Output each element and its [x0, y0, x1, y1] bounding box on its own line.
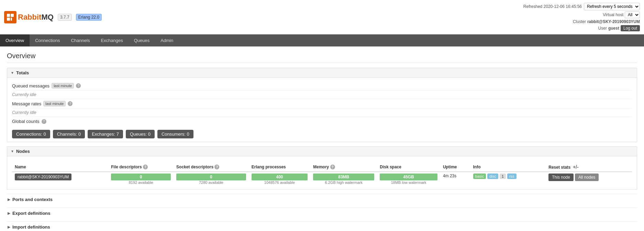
queued-messages-label: Queued messages	[12, 83, 49, 88]
queued-messages-tag[interactable]: last minute	[52, 83, 74, 88]
export-arrow-icon: ▶	[8, 211, 10, 215]
export-header[interactable]: ▶ Export definitions	[7, 208, 637, 219]
col-name: Name	[12, 162, 108, 172]
this-node-button[interactable]: This node	[548, 174, 574, 181]
file-desc-cell: 0 8192 available	[108, 172, 174, 186]
header: RabbitRabbitMQMQ 3.7.7 Erlang 22.0 Refre…	[0, 0, 644, 34]
file-desc-value: 0	[111, 174, 171, 180]
reset-stats-cell: This node All nodes	[546, 172, 632, 186]
nav-item-queues[interactable]: Queues	[129, 34, 155, 46]
socket-desc-cell: 0 7280 available	[174, 172, 249, 186]
nodes-section-label: Nodes	[16, 149, 30, 154]
message-rates-row: Message rates last minute ?	[12, 99, 632, 108]
disk-available: 18MB low watermark	[380, 180, 437, 185]
refresh-select[interactable]: Refresh every 5 seconds	[584, 3, 640, 10]
user-row: User guest Log out	[598, 25, 640, 31]
import-section: ▶ Import definitions	[7, 221, 637, 231]
ports-arrow-icon: ▶	[8, 198, 10, 201]
totals-section: ▼ Totals Queued messages last minute ? C…	[7, 68, 637, 142]
svg-rect-2	[7, 18, 10, 21]
nodes-section: ▼ Nodes Name File descriptors ? Socket d…	[7, 146, 637, 190]
queued-messages-row: Queued messages last minute ?	[12, 81, 632, 91]
nodes-table-header: Name File descriptors ? Socket descripto…	[12, 162, 632, 172]
vhost-select[interactable]: All	[625, 11, 640, 18]
exchanges-badge: Exchanges: 7	[88, 130, 123, 138]
queued-messages-idle-row: Currently idle	[12, 91, 632, 99]
totals-section-header[interactable]: ▼ Totals	[7, 68, 637, 78]
nodes-section-header[interactable]: ▼ Nodes	[7, 147, 637, 156]
cluster-name: rabbit@SKY-20190903YUM	[587, 19, 640, 24]
message-rates-tag[interactable]: last minute	[43, 101, 66, 106]
col-erlang-proc: Erlang processes	[249, 162, 311, 172]
nodes-arrow-icon: ▼	[11, 149, 14, 153]
file-desc-available: 8192 available	[111, 180, 171, 185]
cluster-label: Cluster	[573, 19, 586, 24]
version-badge: 3.7.7	[58, 14, 72, 21]
col-reset-stats: Reset stats +/-	[546, 162, 632, 172]
totals-arrow-icon: ▼	[11, 71, 14, 75]
node-name: rabbit@SKY-20190903YUM	[15, 174, 71, 180]
nav-item-connections[interactable]: Connections	[30, 34, 65, 46]
socket-desc-help-icon[interactable]: ?	[214, 165, 219, 169]
nav: Overview Connections Channels Exchanges …	[0, 34, 644, 46]
ports-header[interactable]: ▶ Ports and contexts	[7, 194, 637, 205]
header-left: RabbitRabbitMQMQ 3.7.7 Erlang 22.0	[4, 11, 102, 23]
col-info: Info	[470, 162, 546, 172]
memory-help-icon[interactable]: ?	[330, 165, 335, 169]
import-arrow-icon: ▶	[8, 225, 10, 229]
erlang-badge: Erlang 22.0	[76, 14, 102, 21]
uptime-value: 4m 23s	[443, 174, 456, 178]
export-section: ▶ Export definitions	[7, 208, 637, 219]
totals-section-label: Totals	[16, 70, 29, 75]
socket-desc-available: 7280 available	[176, 180, 246, 185]
badge-basic[interactable]: basic	[473, 174, 486, 179]
reset-btns: This node All nodes	[548, 174, 629, 181]
memory-value: 83MB	[313, 174, 374, 180]
erlang-proc-cell: 400 1048576 available	[249, 172, 311, 186]
disk-value: 45GB	[380, 174, 437, 180]
ports-section: ▶ Ports and contexts	[7, 194, 637, 205]
plus-minus-icon[interactable]: +/-	[573, 164, 579, 170]
count-badges: Connections: 0 Channels: 0 Exchanges: 7 …	[12, 130, 632, 138]
erlang-proc-value: 400	[252, 174, 308, 180]
import-label: Import definitions	[12, 224, 50, 230]
ports-label: Ports and contexts	[12, 197, 53, 202]
badge-rss[interactable]: rss	[507, 174, 517, 179]
svg-rect-3	[11, 18, 12, 21]
import-header[interactable]: ▶ Import definitions	[7, 221, 637, 231]
username: guest	[608, 26, 619, 31]
header-right: Refreshed 2020-12-06 16:45:56 Refresh ev…	[523, 3, 640, 31]
badge-num: 1	[500, 174, 506, 179]
col-disk-space: Disk space	[377, 162, 440, 172]
memory-available: 6.2GB high watermark	[313, 180, 374, 185]
user-label: User	[598, 26, 607, 31]
badge-disc[interactable]: disc	[487, 174, 498, 179]
svg-rect-0	[7, 14, 10, 17]
message-rates-idle-row: Currently idle	[12, 108, 632, 117]
node-name-cell: rabbit@SKY-20190903YUM	[12, 172, 108, 186]
all-nodes-button[interactable]: All nodes	[575, 174, 599, 181]
logo-icon	[4, 11, 16, 23]
global-counts-label: Global counts	[12, 119, 40, 124]
nav-item-exchanges[interactable]: Exchanges	[95, 34, 128, 46]
logo: RabbitRabbitMQMQ	[4, 11, 54, 23]
cluster-row: Cluster rabbit@SKY-20190903YUM	[573, 19, 640, 24]
logout-button[interactable]: Log out	[621, 25, 640, 31]
message-rates-idle: Currently idle	[12, 110, 36, 115]
nodes-table: Name File descriptors ? Socket descripto…	[12, 162, 632, 186]
table-row: rabbit@SKY-20190903YUM 0 8192 available …	[12, 172, 632, 186]
consumers-badge: Consumers: 0	[157, 130, 193, 138]
nav-item-channels[interactable]: Channels	[65, 34, 95, 46]
vhost-row: Virtual host All	[603, 11, 640, 18]
totals-section-body: Queued messages last minute ? Currently …	[7, 78, 637, 142]
queues-badge: Queues: 0	[126, 130, 155, 138]
message-rates-help-icon[interactable]: ?	[68, 101, 73, 106]
file-desc-help-icon[interactable]: ?	[143, 165, 148, 169]
logo-text: RabbitRabbitMQMQ	[18, 13, 54, 22]
export-label: Export definitions	[12, 211, 51, 216]
nav-item-admin[interactable]: Admin	[155, 34, 179, 46]
nav-item-overview[interactable]: Overview	[0, 34, 30, 46]
global-counts-help-icon[interactable]: ?	[42, 119, 46, 124]
message-rates-label: Message rates	[12, 101, 41, 106]
queued-messages-help-icon[interactable]: ?	[76, 83, 81, 88]
